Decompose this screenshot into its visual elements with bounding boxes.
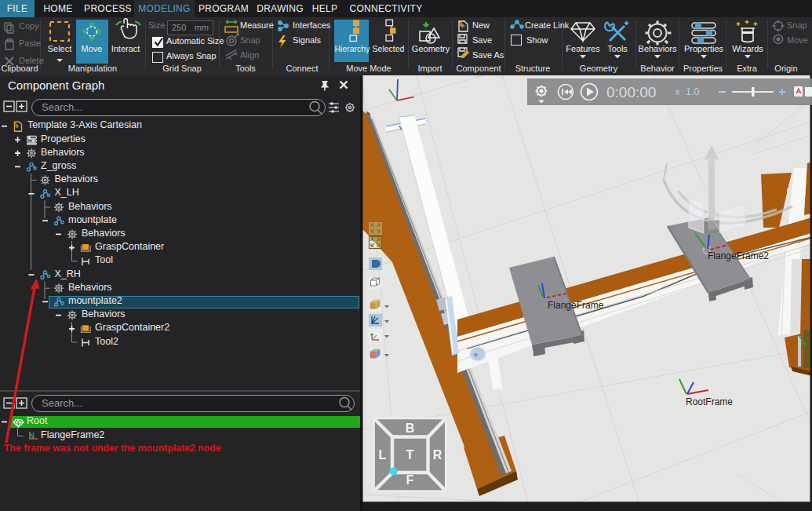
- svg-text:RootFrame: RootFrame: [686, 396, 733, 407]
- svg-text:FlangeFrame2: FlangeFrame2: [708, 250, 769, 261]
- svg-text:B: B: [406, 422, 415, 435]
- svg-text:0:00:00: 0:00:00: [606, 84, 656, 100]
- svg-text:1.0: 1.0: [686, 86, 699, 97]
- svg-text:FlangeFrame: FlangeFrame: [548, 300, 604, 311]
- svg-text:F: F: [406, 473, 414, 487]
- svg-text:x: x: [675, 87, 680, 97]
- svg-text:L: L: [379, 448, 387, 462]
- svg-text:R: R: [433, 448, 442, 462]
- svg-text:T: T: [406, 448, 414, 462]
